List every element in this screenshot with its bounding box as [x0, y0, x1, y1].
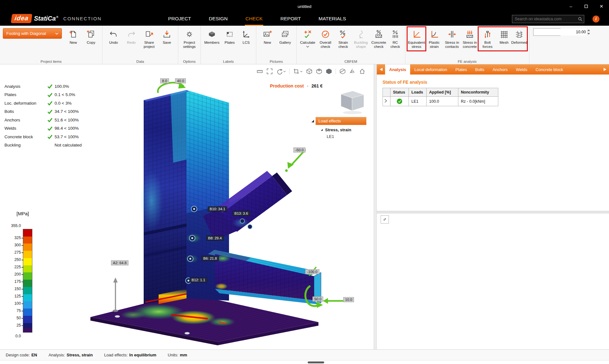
fe-status-table: Status Loads Applied [%] Nonconformity L…: [383, 88, 498, 106]
spinner-down-button[interactable]: [587, 32, 590, 36]
info-icon[interactable]: i: [593, 16, 599, 23]
new-document-icon: [68, 29, 79, 40]
model-label-anchor-a2: A2: 64.8: [111, 260, 128, 265]
buckling-shape-button[interactable]: Buckling shape: [352, 27, 370, 50]
tab-local-deformation[interactable]: Local deformation: [410, 64, 451, 75]
tab-concrete-block[interactable]: Concrete block: [531, 64, 567, 75]
stress-in-contacts-button[interactable]: Stress in contacts: [443, 27, 461, 50]
spinner-up-button[interactable]: [587, 29, 590, 32]
view-solid-icon[interactable]: [326, 68, 332, 75]
expand-pane-button[interactable]: [381, 215, 389, 224]
equivalent-stress-button[interactable]: Equivalent stress: [408, 27, 425, 50]
viewport-3d[interactable]: Analysis100.0% Plates0.1 < 5.0% Loc. def…: [0, 64, 374, 349]
tab-anchors[interactable]: Anchors: [488, 64, 512, 75]
titlebar: untitled – ✕: [0, 0, 609, 12]
concrete-stress-icon: [464, 29, 475, 40]
menu-check[interactable]: CHECK: [245, 12, 263, 26]
mesh-button[interactable]: Mesh: [496, 27, 512, 50]
collapse-triangle-icon[interactable]: [311, 119, 314, 123]
measure-icon[interactable]: [257, 68, 263, 75]
production-cost-value: 261 €: [311, 83, 323, 88]
save-button[interactable]: Save: [158, 27, 176, 46]
fit-view-icon[interactable]: [266, 68, 273, 75]
legend-min: 0.0: [5, 334, 21, 338]
tab-welds[interactable]: Welds: [512, 64, 532, 75]
redo-button[interactable]: Redo: [122, 27, 140, 46]
image-new-icon: [262, 29, 273, 40]
equivalent-stress-icon: [411, 29, 422, 40]
undo-button[interactable]: Undo: [105, 27, 122, 46]
gallery-icon: [280, 29, 291, 40]
check-row: Welds98.4 < 100%: [4, 124, 82, 133]
project-settings-button[interactable]: Project settings: [180, 27, 198, 50]
model-label-bolt-b8: B8: 29.4: [206, 236, 224, 241]
load-effects-header[interactable]: Load effects: [316, 117, 366, 125]
menu-materials[interactable]: MATERIALS: [318, 12, 347, 26]
horizontal-splitter[interactable]: [377, 211, 609, 213]
bolt-forces-button[interactable]: Bolt forces: [479, 27, 496, 50]
lcs-labels-button[interactable]: LCS: [239, 27, 254, 46]
new-picture-button[interactable]: New: [259, 27, 276, 46]
legend-colorbar: [23, 229, 32, 333]
column-header-status: Status: [390, 88, 409, 97]
connection-type-dropdown[interactable]: Footing with Diagonal: [3, 28, 62, 39]
viewport-toolbar: [257, 68, 365, 75]
strain-check-button[interactable]: Strain check: [334, 27, 352, 50]
home-view-icon[interactable]: [359, 68, 365, 75]
tab-bolts[interactable]: Bolts: [471, 64, 488, 75]
navigation-cube[interactable]: [335, 87, 370, 115]
status-ok-icon: [397, 99, 402, 104]
scale-input[interactable]: [534, 29, 587, 36]
load-effects-item[interactable]: Stress, strain: [320, 127, 371, 132]
chevron-down-icon: [300, 71, 303, 72]
close-button[interactable]: ✕: [594, 0, 609, 12]
view-shaded-icon[interactable]: [316, 68, 322, 75]
search-icon[interactable]: [576, 17, 584, 21]
mirror-view-icon[interactable]: [349, 68, 356, 75]
tab-plates[interactable]: Plates: [451, 64, 471, 75]
view-wireframe-icon[interactable]: [306, 68, 312, 75]
undo-icon: [108, 29, 119, 40]
production-cost-label: Production cost: [270, 83, 304, 88]
minimize-button[interactable]: –: [563, 0, 579, 12]
model-label-bolt-b6: B6: 21.8: [201, 256, 219, 261]
plates-labels-button[interactable]: Plates: [221, 27, 239, 46]
horizontal-scrollbar[interactable]: [308, 361, 324, 363]
section-crop-icon[interactable]: [293, 68, 303, 75]
fe-status-row[interactable]: LE1 100.0 Rz - 0.0[kNm]: [383, 97, 498, 106]
concrete-check-button[interactable]: Concrete check: [370, 27, 388, 50]
plate-outline-icon: [224, 29, 235, 40]
clip-plane-icon[interactable]: [339, 68, 346, 75]
menu-report[interactable]: REPORT: [280, 12, 301, 26]
search-input[interactable]: [512, 17, 576, 21]
plastic-strain-button[interactable]: Plastic strain: [425, 27, 443, 50]
ribbon-group-fe-analysis: Equivalent stress Plastic strain Stress …: [405, 26, 529, 64]
copy-button[interactable]: Copy: [82, 27, 100, 46]
calculate-button[interactable]: Calculate: [299, 27, 317, 49]
load-case-item[interactable]: LE1: [327, 134, 371, 139]
ribbon-group-label: CBFEM: [297, 60, 405, 63]
deformed-button[interactable]: Deformed: [512, 27, 527, 50]
model-label-force-n: -50.0: [293, 147, 305, 153]
bolt-forces-icon: [482, 29, 493, 40]
expand-arrows-icon: [383, 217, 387, 222]
app-logo: idea StatiCa® CONNECTION: [11, 14, 102, 23]
panel-splitter[interactable]: [374, 64, 377, 349]
overall-check-button[interactable]: Overall check: [317, 27, 334, 50]
share-project-button[interactable]: Share project: [140, 27, 158, 50]
gallery-button[interactable]: Gallery: [276, 27, 294, 46]
tabs-scroll-left[interactable]: [377, 64, 385, 75]
ribbon-group-label: Options: [178, 60, 200, 63]
tabs-scroll-right[interactable]: [601, 64, 609, 75]
row-expander[interactable]: [383, 97, 390, 106]
maximize-button[interactable]: [579, 0, 594, 12]
tab-analysis[interactable]: Analysis: [385, 64, 410, 75]
axes-icon: [241, 29, 252, 40]
stress-in-concrete-button[interactable]: Stress in concrete: [461, 27, 479, 50]
menu-design[interactable]: DESIGN: [208, 12, 228, 26]
menu-project[interactable]: PROJECT: [167, 12, 192, 26]
rotate-view-icon[interactable]: [276, 68, 286, 75]
new-item-button[interactable]: New: [64, 27, 82, 46]
rc-check-button[interactable]: RC check: [388, 27, 403, 50]
members-labels-button[interactable]: Members: [203, 27, 221, 46]
